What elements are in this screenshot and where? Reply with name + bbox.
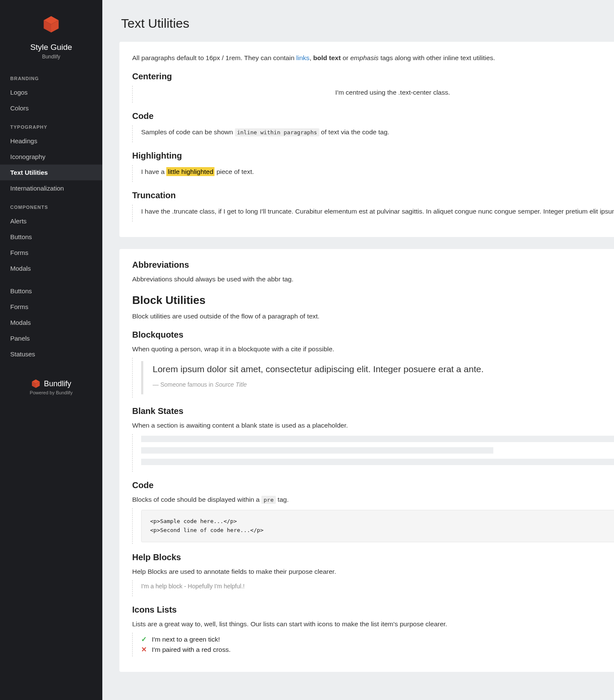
code-prefix: Samples of code can be shown	[141, 128, 235, 136]
example-code-inline: Samples of code can be shown inline with…	[132, 125, 614, 142]
truncated-text: I have the .truncate class, if I get to …	[141, 206, 614, 217]
code-inline-sample: inline within paragraphs	[235, 128, 319, 136]
intro-suffix: tags along with other inline text utilit…	[379, 54, 495, 61]
cite-prefix: — Someone famous in	[153, 381, 215, 388]
intro-em: emphasis	[350, 54, 379, 61]
section-head-components: COMPONENTS	[0, 196, 102, 213]
blank-placeholder-line	[141, 447, 493, 454]
list-item: ✕ I'm paired with a red cross.	[141, 645, 614, 655]
sidebar-item-colors[interactable]: Colors	[0, 100, 102, 116]
heading-icon-lists: Icons Lists	[132, 605, 614, 615]
tick-icon: ✓	[141, 636, 147, 643]
sidebar-item-buttons-2[interactable]: Buttons	[0, 283, 102, 299]
intro-prefix: All paragraphs default to 16px / 1rem. T…	[132, 54, 296, 61]
example-highlighting: I have a little highlighted piece of tex…	[132, 165, 614, 182]
page-title: Text Utilities	[121, 16, 614, 31]
blockquote-text: Lorem ipsum dolor sit amet, consectetur …	[153, 363, 614, 376]
highlight-mark: little highlighted	[166, 167, 214, 176]
heading-blockquotes: Blockquotes	[132, 330, 614, 340]
cube-icon	[42, 15, 60, 33]
centered-text: I'm centred using the .text-center class…	[141, 87, 614, 98]
section-head-typography: TYPOGRAPHY	[0, 116, 102, 133]
code-block: <p>Sample code here...</p> <p>Second lin…	[141, 510, 614, 542]
highlight-paragraph: I have a little highlighted piece of tex…	[141, 167, 614, 177]
cite-source: Source Title	[215, 381, 247, 388]
intro-text: or	[341, 54, 350, 61]
example-centering: I'm centred using the .text-center class…	[132, 86, 614, 103]
card-block-utilities: Abbreviations Abbreviations should alway…	[119, 249, 614, 672]
example-icon-list: ✓ I'm next to a green tick! ✕ I'm paired…	[132, 633, 614, 657]
main-content: Text Utilities All paragraphs default to…	[102, 0, 614, 700]
sidebar-item-buttons[interactable]: Buttons	[0, 229, 102, 245]
abbr-intro: Abbreviations should always be used with…	[132, 274, 614, 284]
sidebar-item-statuses[interactable]: Statuses	[0, 346, 102, 362]
brand-logo	[0, 0, 102, 40]
list-item-text: I'm paired with a red cross.	[152, 646, 231, 654]
help-intro: Help Blocks are used to annotate fields …	[132, 567, 614, 577]
code-inline-paragraph: Samples of code can be shown inline with…	[141, 127, 614, 137]
blocku-intro: Block utilities are used outside of the …	[132, 311, 614, 321]
heading-block-utilities: Block Utilities	[132, 294, 614, 307]
heading-abbreviations: Abbreviations	[132, 260, 614, 270]
blockquote: Lorem ipsum dolor sit amet, consectetur …	[141, 361, 614, 394]
footer-brand-text: Bundlify	[44, 379, 71, 388]
sidebar-item-panels[interactable]: Panels	[0, 330, 102, 346]
sidebar-item-modals-2[interactable]: Modals	[0, 315, 102, 330]
footer-sub-text: Powered by Bundlify	[0, 390, 102, 395]
sidebar-item-iconography[interactable]: Iconography	[0, 149, 102, 165]
intro-bold: bold text	[313, 54, 341, 61]
heading-truncation: Truncation	[132, 191, 614, 200]
cube-icon-small	[31, 379, 41, 388]
blockquote-cite: — Someone famous in Source Title	[153, 380, 614, 390]
heading-help-blocks: Help Blocks	[132, 552, 614, 562]
blank-placeholder-line	[141, 436, 614, 442]
blank-intro: When a section is awaiting content a bla…	[132, 420, 614, 431]
icon-list: ✓ I'm next to a green tick! ✕ I'm paired…	[141, 634, 614, 655]
cross-icon: ✕	[141, 646, 147, 654]
pre-tag-inline: pre	[261, 496, 275, 504]
sidebar-item-text-utilities[interactable]: Text Utilities	[0, 165, 102, 180]
sidebar-item-forms-2[interactable]: Forms	[0, 299, 102, 315]
heading-highlighting: Highlighting	[132, 151, 614, 161]
code-suffix: of text via the code tag.	[319, 128, 390, 136]
section-head-branding: BRANDING	[0, 67, 102, 84]
bq-intro: When quoting a person, wrap it in a bloc…	[132, 344, 614, 354]
codeblock-intro-prefix: Blocks of code should be displayed withi…	[132, 496, 261, 503]
codeblock-intro-suffix: tag.	[276, 496, 289, 503]
sidebar-footer: Bundlify Powered by Bundlify	[0, 379, 102, 395]
example-help-block: I'm a help block - Hopefully I'm helpful…	[132, 580, 614, 596]
card-inline-utilities: All paragraphs default to 16px / 1rem. T…	[119, 42, 614, 237]
sidebar-item-internationalization[interactable]: Internationalization	[0, 180, 102, 196]
sidebar-title: Style Guide	[0, 43, 102, 52]
heading-blank-states: Blank States	[132, 406, 614, 416]
intro-link[interactable]: links	[296, 54, 310, 61]
list-item-text: I'm next to a green tick!	[152, 636, 220, 643]
heading-centering: Centering	[132, 72, 614, 81]
hl-prefix: I have a	[141, 168, 166, 175]
sidebar-item-headings[interactable]: Headings	[0, 133, 102, 149]
example-code-block: <p>Sample code here...</p> <p>Second lin…	[132, 508, 614, 544]
list-item: ✓ I'm next to a green tick!	[141, 634, 614, 645]
sidebar-subtitle: Bundlify	[0, 54, 102, 60]
iconlist-intro: Lists are a great way to, well, list thi…	[132, 619, 614, 629]
sidebar: Style Guide Bundlify BRANDING Logos Colo…	[0, 0, 102, 700]
sidebar-item-forms[interactable]: Forms	[0, 245, 102, 260]
blank-placeholder-line	[141, 459, 614, 465]
example-blockquote: Lorem ipsum dolor sit amet, consectetur …	[132, 358, 614, 398]
intro-text: ,	[310, 54, 313, 61]
sidebar-item-logos[interactable]: Logos	[0, 84, 102, 100]
help-block-text: I'm a help block - Hopefully I'm helpful…	[141, 582, 614, 591]
code-block-intro: Blocks of code should be displayed withi…	[132, 495, 614, 505]
sidebar-item-alerts[interactable]: Alerts	[0, 213, 102, 229]
sidebar-item-modals[interactable]: Modals	[0, 260, 102, 276]
example-blank-state	[132, 434, 614, 472]
intro-paragraph: All paragraphs default to 16px / 1rem. T…	[132, 53, 614, 63]
hl-suffix: piece of text.	[214, 168, 254, 175]
example-truncation: I have the .truncate class, if I get to …	[132, 205, 614, 222]
heading-code-inline: Code	[132, 111, 614, 121]
heading-code-block: Code	[132, 480, 614, 490]
